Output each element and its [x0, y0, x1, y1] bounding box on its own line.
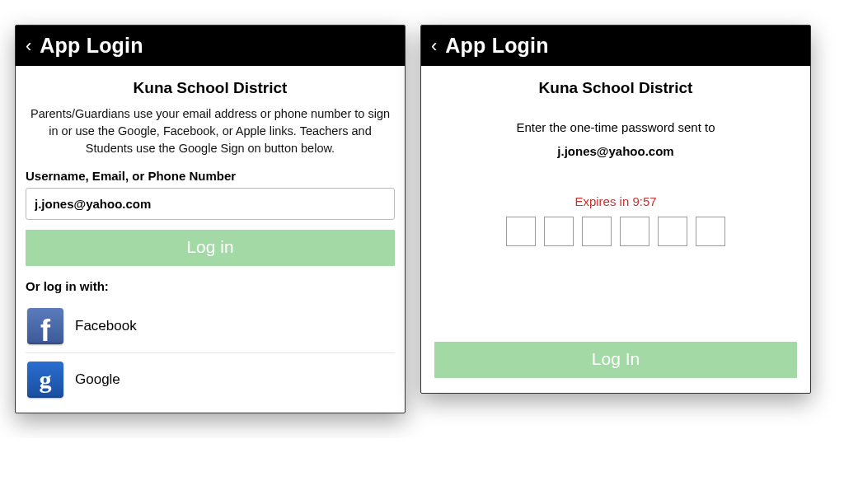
otp-email: j.jones@yahoo.com [434, 144, 797, 158]
otp-digit-3[interactable] [582, 217, 612, 246]
header-bar: ‹ App Login [421, 26, 810, 66]
login-panel-left: ‹ App Login Kuna School District Parents… [15, 25, 406, 413]
otp-expires-label: Expires in 9:57 [434, 194, 797, 208]
district-name: Kuna School District [26, 79, 395, 97]
otp-digit-6[interactable] [696, 217, 725, 246]
otp-panel-right: ‹ App Login Kuna School District Enter t… [420, 25, 811, 394]
or-login-label: Or log in with: [26, 279, 395, 293]
facebook-label: Facebook [75, 318, 137, 334]
header-bar: ‹ App Login [16, 26, 405, 66]
otp-content: Kuna School District Enter the one-time … [421, 66, 810, 393]
login-button[interactable]: Log In [434, 342, 797, 378]
google-login-button[interactable]: g Google [26, 353, 395, 401]
login-instructions: Parents/Guardians use your email address… [26, 105, 395, 157]
back-icon[interactable]: ‹ [24, 37, 33, 55]
back-icon[interactable]: ‹ [429, 37, 438, 55]
header-title: App Login [40, 34, 143, 58]
otp-digit-1[interactable] [506, 217, 536, 246]
login-button[interactable]: Log in [26, 230, 395, 266]
username-input[interactable] [26, 188, 395, 220]
facebook-login-button[interactable]: f Facebook [26, 300, 395, 353]
otp-digit-2[interactable] [544, 217, 574, 246]
google-label: Google [75, 371, 120, 388]
header-title: App Login [445, 34, 548, 58]
spacer [434, 254, 797, 342]
otp-input-group [434, 217, 797, 246]
otp-digit-5[interactable] [658, 217, 687, 246]
google-icon: g [27, 362, 63, 398]
login-content: Kuna School District Parents/Guardians u… [16, 66, 405, 413]
otp-digit-4[interactable] [620, 217, 649, 246]
district-name: Kuna School District [434, 79, 797, 97]
username-label: Username, Email, or Phone Number [26, 169, 395, 183]
facebook-icon: f [27, 308, 63, 344]
otp-instruction: Enter the one-time password sent to [434, 120, 797, 134]
